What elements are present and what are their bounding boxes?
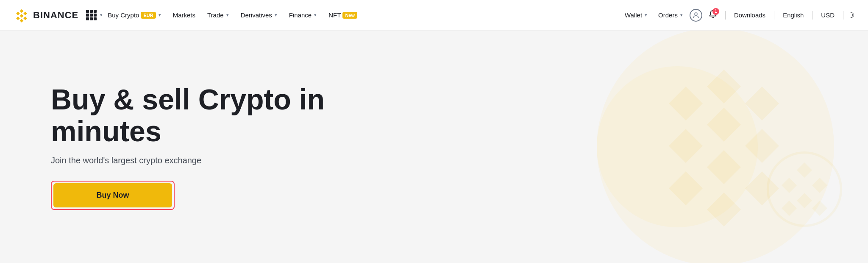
wallet-label: Wallet [625,11,642,19]
logo[interactable]: BINANCE [14,7,78,23]
nav-right: Wallet ▾ Orders ▾ 1 Downloads [620,6,854,24]
orders-chevron: ▾ [680,12,683,18]
nav-nft[interactable]: NFT New [323,8,362,22]
hero-content: Buy & sell Crypto in minutes Join the wo… [51,84,339,210]
nav-derivatives[interactable]: Derivatives ▾ [236,8,282,22]
divider-1 [725,11,726,20]
trade-chevron: ▾ [226,12,229,18]
nft-label: NFT [328,11,341,19]
binance-logo-icon [14,7,30,23]
nav-trade[interactable]: Trade ▾ [202,8,234,22]
notification-bell[interactable]: 1 [705,6,721,24]
divider-4 [843,11,843,20]
buy-crypto-label: Buy Crypto [108,11,139,19]
logo-text: BINANCE [33,10,78,21]
nav-center: Buy Crypto EUR ▾ Markets Trade ▾ Derivat… [103,8,620,22]
notification-badge: 1 [712,8,719,15]
finance-chevron: ▾ [314,12,317,18]
navbar: BINANCE ▾ Buy Crypto EUR ▾ Markets Trade… [0,0,868,31]
nav-markets[interactable]: Markets [168,8,200,22]
nav-wallet[interactable]: Wallet ▾ [620,8,651,22]
nav-currency[interactable]: USD [817,8,839,22]
orders-label: Orders [658,11,678,19]
profile-icon[interactable] [690,9,702,22]
grid-menu-icon[interactable] [86,10,97,20]
hero-title: Buy & sell Crypto in minutes [51,84,339,147]
trade-label: Trade [207,11,224,19]
divider-3 [812,11,812,20]
derivatives-chevron: ▾ [275,12,277,18]
buy-now-wrapper: Buy Now [51,181,175,210]
buy-crypto-chevron: ▾ [159,12,161,18]
buy-now-button[interactable]: Buy Now [53,183,172,207]
finance-label: Finance [289,11,312,19]
downloads-label: Downloads [734,11,765,19]
nav-language[interactable]: English [779,8,808,22]
currency-label: USD [821,11,835,19]
new-badge: New [342,12,357,19]
user-icon [692,11,700,19]
hero-subtitle: Join the world's largest crypto exchange [51,156,339,165]
wallet-chevron: ▾ [645,12,647,18]
dark-mode-toggle[interactable]: ☽ [848,11,854,20]
svg-point-0 [695,13,697,15]
nav-orders[interactable]: Orders ▾ [654,8,687,22]
nav-finance[interactable]: Finance ▾ [284,8,322,22]
hero-section: Buy & sell Crypto in minutes Join the wo… [0,31,868,263]
markets-label: Markets [173,11,195,19]
eur-badge: EUR [141,12,156,19]
language-label: English [783,11,804,19]
nav-buy-crypto[interactable]: Buy Crypto EUR ▾ [103,8,166,22]
hero-background [461,31,868,263]
nav-left: BINANCE ▾ [14,7,103,23]
divider-2 [774,11,774,20]
coin-small-watermark [766,151,843,229]
nav-downloads[interactable]: Downloads [730,8,770,22]
derivatives-label: Derivatives [241,11,272,19]
